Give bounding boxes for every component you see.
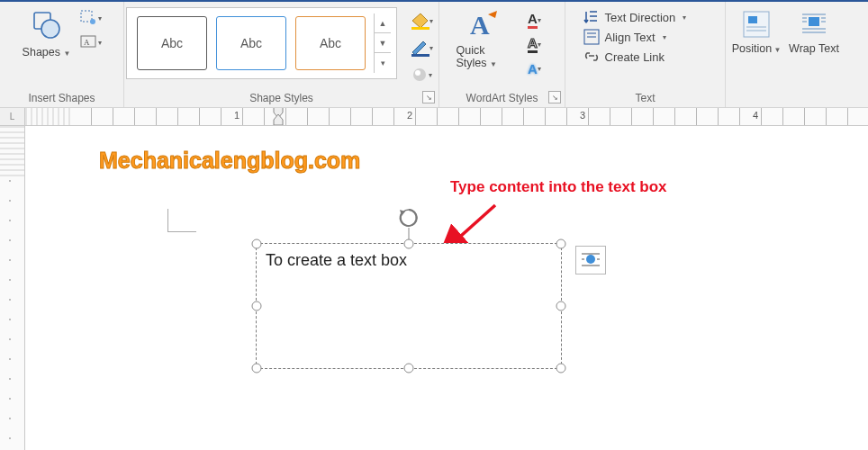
svg-point-3 [90,19,95,24]
resize-handle-sw[interactable] [252,364,262,374]
edit-shape-icon [80,10,98,26]
pen-outline-icon [410,39,429,57]
resize-handle-ne[interactable] [556,239,566,249]
resize-handle-e[interactable] [556,302,566,311]
paint-bucket-icon [410,12,429,30]
resize-handle-w[interactable] [252,302,262,311]
shape-style-swatch-1[interactable]: Abc [137,16,207,70]
ruler-mark-3: 3 [580,110,585,121]
rotate-handle[interactable] [397,206,420,230]
resize-handle-se[interactable] [556,364,566,374]
group-arrange: Position ▼ Wrap Text [726,2,843,107]
gallery-more-button[interactable]: ▾ [375,53,391,73]
position-icon [741,9,772,40]
link-icon [583,49,600,65]
indent-marker-top[interactable] [272,108,285,125]
horizontal-ruler[interactable]: 1 2 3 4 [25,108,868,126]
svg-text:A: A [470,10,490,40]
text-outline-button[interactable]: A▾ [521,33,548,55]
paragraph-mark [167,209,196,232]
shape-style-swatch-2[interactable]: Abc [216,16,286,70]
textbox-small-icon: A [80,35,98,50]
resize-handle-nw[interactable] [252,239,262,249]
layout-options-icon [580,250,601,270]
group-wordart-styles: A Quick Styles ▼ A▾ A▾ A▾ WordArt Styles… [439,2,565,107]
wrap-text-label: Wrap Text [789,42,839,55]
group-label-shape-styles: Shape Styles [249,89,313,107]
textbox-content[interactable]: To create a text box [257,244,561,277]
svg-rect-18 [809,17,819,26]
shape-effects-button[interactable]: ▾ [406,63,437,86]
shape-fill-button[interactable]: ▾ [406,9,437,32]
wrap-text-icon [799,9,829,40]
align-text-button[interactable]: Align Text▾ [583,29,708,45]
ruler-area: L 1 2 3 4 [0,108,868,126]
page-canvas[interactable]: Mechanicalengblog.com Type content into … [25,126,868,450]
text-direction-button[interactable]: Text Direction▾ [583,9,708,25]
layout-options-button[interactable] [575,246,606,274]
svg-rect-15 [748,16,757,23]
quick-styles-label: Quick Styles [457,44,487,69]
ruler-mark-1: 1 [234,110,240,121]
shape-effects-icon [411,66,429,84]
shapes-icon [30,9,64,43]
annotation-text: Type content into the text box [450,178,667,196]
gallery-scroll: ▲ ▼ ▾ [374,14,391,73]
create-link-label: Create Link [605,50,665,64]
ruler-mark-2: 2 [407,110,412,121]
svg-rect-7 [411,54,429,57]
align-text-label: Align Text [605,31,656,44]
quick-styles-button[interactable]: A Quick Styles ▼ [457,5,512,69]
shapes-label: Shapes [23,46,60,58]
gallery-down-button[interactable]: ▼ [375,33,391,53]
wrap-text-button[interactable]: Wrap Text [789,5,839,55]
draw-textbox-button[interactable]: A ▾ [78,32,104,53]
quick-styles-icon: A [466,7,502,41]
resize-handle-s[interactable] [404,364,414,374]
text-effects-button[interactable]: A▾ [521,58,548,79]
group-shape-styles: Abc Abc Abc ▲ ▼ ▾ ▾ [124,2,439,107]
svg-point-9 [415,70,420,76]
svg-marker-20 [274,114,283,125]
group-label-arrange [782,89,785,107]
align-text-icon [583,29,600,45]
shape-styles-dialog-launcher[interactable]: ↘ [422,91,435,104]
group-label-insert-shapes: Insert Shapes [28,89,95,107]
document-area: Mechanicalengblog.com Type content into … [0,126,868,450]
group-label-text: Text [635,89,655,107]
svg-rect-6 [411,27,429,30]
position-label: Position [732,42,772,55]
shapes-button[interactable]: Shapes ▼ [21,5,73,58]
resize-handle-n[interactable] [404,239,414,249]
svg-text:A: A [84,38,90,47]
svg-rect-14 [744,12,769,37]
shape-outline-button[interactable]: ▾ [406,36,437,59]
text-direction-label: Text Direction [605,11,676,24]
ruler-corner[interactable]: L [0,108,25,126]
ribbon: Shapes ▼ ▾ A ▾ Insert Shapes [0,0,868,108]
svg-point-1 [41,20,59,38]
text-fill-button[interactable]: A▾ [521,9,548,31]
position-button[interactable]: Position ▼ [729,5,783,55]
edit-shape-button[interactable]: ▾ [78,7,104,29]
svg-rect-2 [81,11,92,22]
textbox-selected[interactable]: To create a text box [256,243,562,369]
group-label-wordart: WordArt Styles [466,89,538,107]
shape-style-gallery[interactable]: Abc Abc Abc ▲ ▼ ▾ [126,7,397,79]
watermark-text: Mechanicalengblog.com [99,148,360,174]
group-insert-shapes: Shapes ▼ ▾ A ▾ Insert Shapes [0,2,124,107]
group-text: Text Direction▾ Align Text▾ Create Link [565,2,726,107]
wordart-dialog-launcher[interactable]: ↘ [548,91,561,104]
gallery-up-button[interactable]: ▲ [375,14,391,33]
create-link-button[interactable]: Create Link [583,49,708,65]
text-direction-icon [583,9,600,25]
shape-style-swatch-3[interactable]: Abc [295,16,366,70]
vertical-ruler[interactable] [0,126,25,450]
ruler-mark-4: 4 [753,110,758,121]
